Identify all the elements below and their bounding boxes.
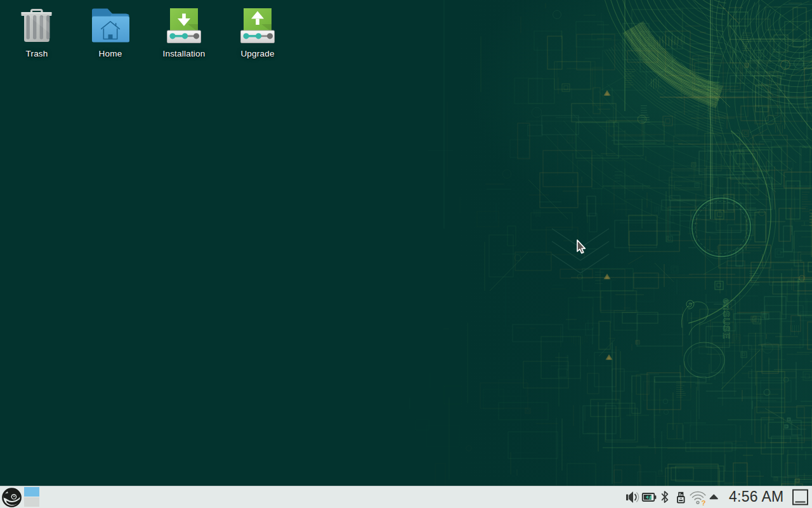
- svg-text:?: ?: [702, 499, 706, 507]
- svg-text:enSUSE: enSUSE: [721, 298, 732, 339]
